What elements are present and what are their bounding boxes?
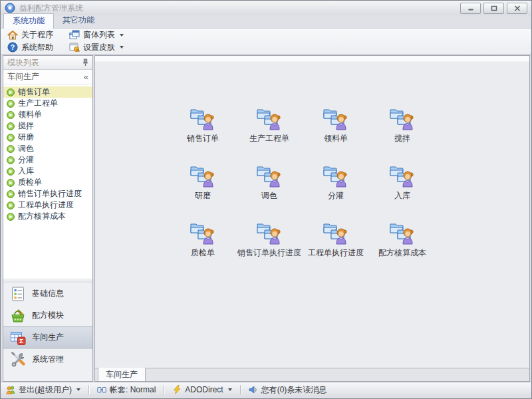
folder-user-icon	[389, 221, 416, 245]
shortcut-label: 分灌	[328, 190, 344, 201]
maximize-button[interactable]	[483, 3, 504, 14]
sidebar-section-system-management[interactable]: 系统管理	[3, 348, 92, 370]
collapse-icon[interactable]: «	[84, 72, 88, 81]
shortcut-label: 生产工程单	[249, 133, 289, 144]
table-sigma-icon	[10, 330, 26, 346]
workspace: 模块列表 车间生产 « 销售订单 生产工程单 领料单 搅拌 研磨 调色 分灌 入…	[3, 55, 530, 382]
about-program-label: 关于程序	[21, 29, 53, 41]
sidebar-group-caption: 车间生产 «	[3, 70, 92, 84]
main-content: 销售订单 生产工程单 领料单 搅拌 研磨 调色 分灌 入库 质检单 销售订单执行…	[95, 62, 529, 368]
shortcut-production-order[interactable]: 生产工程单	[236, 107, 303, 147]
folder-user-icon	[190, 221, 216, 245]
ribbon-row-1: 关于程序 窗体列表	[6, 29, 531, 41]
shortcut-stirring[interactable]: 搅拌	[369, 107, 436, 147]
sidebar-item-sales-order[interactable]: 销售订单	[3, 86, 92, 98]
shortcut-formula-cost[interactable]: 配方核算成本	[369, 221, 436, 261]
sidebar-item-warehousing[interactable]: 入库	[3, 166, 92, 177]
ribbon-tabstrip: 系统功能 其它功能	[1, 15, 531, 28]
minimize-button[interactable]	[460, 3, 481, 14]
sidebar-group-label: 车间生产	[7, 71, 39, 82]
sidebar-item-label: 分灌	[18, 154, 34, 166]
sidebar-section-formula-module[interactable]: 配方模块	[3, 305, 92, 327]
dropdown-arrow-icon	[76, 388, 80, 391]
skin-icon	[69, 42, 80, 53]
document-tab-row: 车间生产	[95, 368, 529, 381]
sidebar-item-label: 领料单	[18, 109, 42, 120]
help-icon	[7, 42, 18, 53]
green-arrow-icon	[7, 100, 15, 108]
ado-direct-button[interactable]: ADODirect	[172, 385, 231, 394]
sidebar-header: 模块列表	[3, 56, 92, 70]
sidebar-item-list: 销售订单 生产工程单 领料单 搅拌 研磨 调色 分灌 入库 质检单 销售订单执行…	[3, 84, 92, 279]
speaker-icon	[249, 385, 258, 394]
dropdown-arrow-icon	[120, 34, 124, 37]
sidebar-item-material-request[interactable]: 领料单	[3, 109, 92, 120]
sidebar-item-label: 搅拌	[18, 120, 34, 132]
folder-user-icon	[323, 107, 349, 131]
shortcut-sales-order[interactable]: 销售订单	[170, 107, 236, 147]
shortcut-grinding[interactable]: 研磨	[170, 164, 236, 204]
green-arrow-icon	[7, 156, 15, 164]
logout-label: 登出(超级用户)	[19, 384, 72, 396]
ribbon-row-2: 系统帮助 设置皮肤	[6, 42, 531, 53]
account-set-label: 帐套: Normal	[110, 384, 156, 396]
shortcut-quality-check[interactable]: 质检单	[170, 221, 236, 261]
shortcut-label: 入库	[394, 190, 410, 201]
status-divider	[164, 385, 164, 394]
green-arrow-icon	[7, 168, 15, 176]
green-arrow-icon	[7, 88, 15, 96]
ribbon-body: 关于程序 窗体列表 系统帮助 设置皮肤	[1, 28, 531, 55]
green-arrow-icon	[7, 145, 15, 153]
sidebar-item-quality-check[interactable]: 质检单	[3, 177, 92, 188]
shortcut-label: 配方核算成本	[378, 247, 426, 259]
sidebar-item-label: 销售订单执行进度	[18, 188, 82, 200]
shortcut-label: 质检单	[191, 247, 215, 259]
unread-messages-indicator[interactable]: 您有(0)条未读消息	[249, 384, 327, 396]
shortcut-warehousing[interactable]: 入库	[369, 164, 436, 204]
system-help-button[interactable]: 系统帮助	[6, 42, 55, 53]
close-button[interactable]	[507, 3, 527, 14]
tools-icon	[10, 352, 26, 368]
pin-icon[interactable]	[82, 59, 88, 66]
shortcut-project-order-progress[interactable]: 工程单执行进度	[303, 221, 369, 261]
folder-user-icon	[323, 164, 349, 188]
shortcut-material-request[interactable]: 领料单	[303, 107, 369, 147]
logout-button[interactable]: 登出(超级用户)	[6, 384, 80, 396]
sidebar-section-workshop-production[interactable]: 车间生产	[3, 327, 92, 348]
lightning-icon	[172, 385, 182, 394]
sidebar-item-sales-order-progress[interactable]: 销售订单执行进度	[3, 188, 92, 200]
folder-user-icon	[256, 164, 283, 188]
sidebar-item-production-order[interactable]: 生产工程单	[3, 98, 92, 109]
sidebar-item-stirring[interactable]: 搅拌	[3, 120, 92, 132]
set-skin-button[interactable]: 设置皮肤	[68, 42, 125, 53]
sidebar-item-grinding[interactable]: 研磨	[3, 132, 92, 143]
section-label: 配方模块	[32, 310, 64, 321]
window-title: 益利配方管理系统	[19, 3, 83, 14]
document-tab-workshop-production[interactable]: 车间生产	[98, 368, 146, 381]
sidebar: 模块列表 车间生产 « 销售订单 生产工程单 领料单 搅拌 研磨 调色 分灌 入…	[3, 55, 93, 382]
sidebar-item-filling[interactable]: 分灌	[3, 154, 92, 166]
shortcut-filling[interactable]: 分灌	[303, 164, 369, 204]
tab-system-functions[interactable]: 系统功能	[3, 13, 54, 29]
home-icon	[7, 30, 18, 41]
window-list-button[interactable]: 窗体列表	[68, 29, 125, 41]
sidebar-item-label: 销售订单	[18, 86, 50, 98]
section-label: 系统管理	[32, 354, 64, 365]
account-set-indicator[interactable]: 帐套: Normal	[97, 384, 156, 396]
users-icon	[6, 385, 15, 394]
maximize-icon	[491, 5, 497, 11]
basket-icon	[10, 308, 26, 324]
sidebar-item-project-order-progress[interactable]: 工程单执行进度	[3, 200, 92, 211]
tab-other-functions[interactable]: 其它功能	[54, 13, 103, 28]
sidebar-footer	[3, 370, 92, 381]
sidebar-item-color-mixing[interactable]: 调色	[3, 143, 92, 154]
shortcut-sales-order-progress[interactable]: 销售订单执行进度	[236, 221, 303, 261]
sidebar-item-formula-cost[interactable]: 配方核算成本	[3, 211, 92, 222]
section-label: 车间生产	[32, 332, 64, 343]
sidebar-item-label: 质检单	[18, 177, 42, 188]
about-program-button[interactable]: 关于程序	[6, 29, 55, 41]
green-arrow-icon	[7, 190, 15, 198]
green-arrow-icon	[7, 122, 15, 130]
sidebar-section-basic-info[interactable]: 基础信息	[3, 283, 92, 305]
shortcut-color-mixing[interactable]: 调色	[236, 164, 303, 204]
